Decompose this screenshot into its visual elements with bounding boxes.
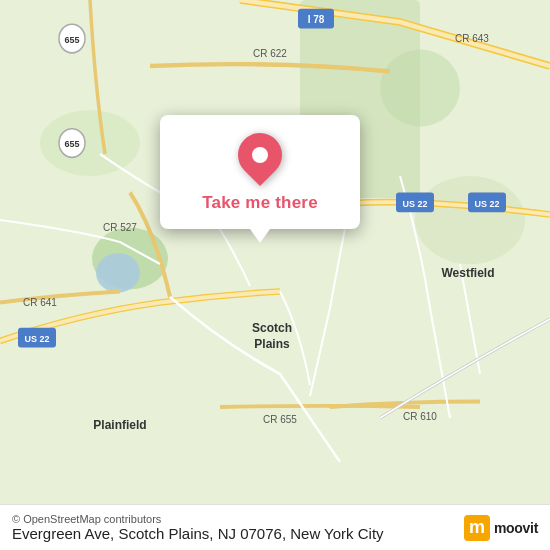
address-text: Evergreen Ave, Scotch Plains, NJ 07076, … [12,525,384,542]
svg-text:Westfield: Westfield [441,266,494,281]
bottom-bar: © OpenStreetMap contributors Evergreen A… [0,504,550,550]
osm-copyright: © OpenStreetMap contributors [12,513,384,525]
svg-text:US 22: US 22 [24,333,49,345]
svg-point-5 [96,253,140,293]
svg-point-2 [40,110,140,176]
svg-point-3 [380,50,460,127]
map-pin-icon [229,124,291,186]
moovit-logo: m moovit [464,515,538,541]
svg-text:655: 655 [64,138,79,150]
svg-text:655: 655 [64,33,79,45]
svg-text:Scotch: Scotch [252,321,292,336]
svg-text:I 78: I 78 [308,13,325,26]
svg-text:CR 655: CR 655 [263,413,297,426]
bottom-bar-left: © OpenStreetMap contributors Evergreen A… [12,513,384,542]
map-svg: I 78 CR 622 CR 643 655 655 CR 527 CR 641… [0,0,550,550]
map-container: I 78 CR 622 CR 643 655 655 CR 527 CR 641… [0,0,550,550]
svg-text:CR 643: CR 643 [455,31,489,44]
location-popup: Take me there [160,115,360,229]
pin-inner [252,147,268,163]
svg-text:Plainfield: Plainfield [93,417,146,432]
bottom-bar-content: © OpenStreetMap contributors Evergreen A… [12,513,384,542]
moovit-brand-text: moovit [494,520,538,536]
svg-point-4 [415,176,525,264]
moovit-m-icon: m [464,515,490,541]
svg-text:CR 622: CR 622 [253,47,287,60]
svg-text:US 22: US 22 [474,197,499,209]
svg-text:CR 527: CR 527 [103,221,137,234]
svg-text:CR 641: CR 641 [23,295,57,308]
svg-text:Plains: Plains [254,336,289,351]
svg-text:US 22: US 22 [402,197,427,209]
svg-text:CR 610: CR 610 [403,410,437,423]
take-me-there-button[interactable]: Take me there [198,191,322,215]
